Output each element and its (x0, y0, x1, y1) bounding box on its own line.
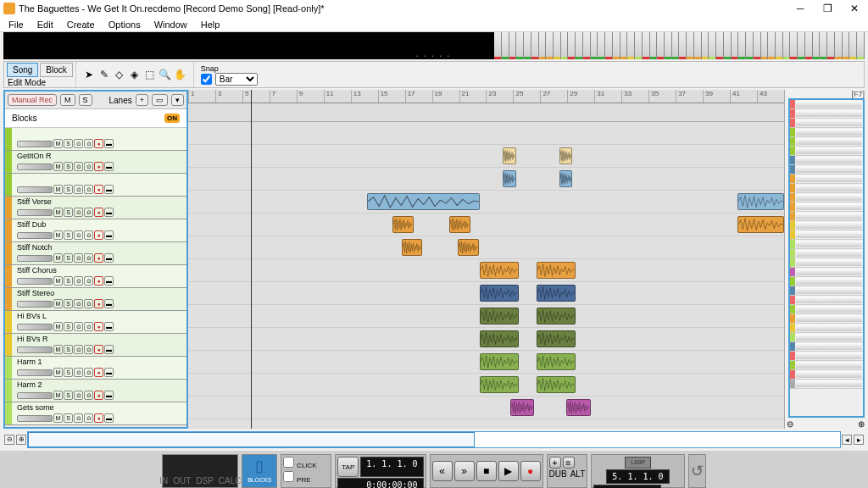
record-button[interactable]: ● (520, 461, 541, 481)
reset-button[interactable]: ↺ (688, 454, 706, 488)
track-lane[interactable] (188, 351, 784, 374)
pencil-tool-icon[interactable]: ✎ (98, 69, 110, 80)
scroll-right-icon[interactable]: ▸ (854, 435, 864, 445)
pre-checkbox[interactable] (283, 471, 294, 482)
audio-clip[interactable] (566, 399, 590, 416)
arrange-area[interactable]: 135791113151719212325272931333537394143 (188, 90, 785, 429)
m-button[interactable]: M (60, 94, 75, 106)
audio-clip[interactable] (458, 239, 479, 256)
mini-zoom-out[interactable]: ⊖ (787, 419, 793, 429)
pointer-tool-icon[interactable]: ➤ (83, 69, 95, 80)
track-header[interactable]: Harm 1MS⊙⊙●▬ (5, 357, 186, 380)
track-lane[interactable] (188, 305, 784, 328)
lanes-mode-button[interactable]: ▭ (152, 94, 168, 106)
forward-button[interactable]: » (454, 461, 475, 481)
blocks-on-badge[interactable]: ON (164, 114, 180, 123)
audio-clip[interactable] (449, 216, 470, 233)
menu-window[interactable]: Window (147, 19, 194, 30)
audio-clip[interactable] (480, 330, 519, 347)
time-lcd[interactable]: 0:00:00:00 (337, 478, 423, 488)
track-header[interactable]: Stiff ChorusMS⊙⊙●▬ (5, 265, 186, 288)
loop-label[interactable]: LOOP (625, 457, 651, 469)
minimap[interactable] (788, 98, 865, 418)
audio-clip[interactable] (503, 147, 515, 164)
audio-clip[interactable] (737, 216, 784, 233)
stop-button[interactable]: ■ (476, 461, 497, 481)
snap-checkbox[interactable] (201, 74, 212, 85)
audio-clip[interactable] (537, 262, 576, 279)
manual-rec-button[interactable]: Manual Rec (8, 94, 57, 106)
click-checkbox[interactable] (283, 457, 294, 468)
track-header[interactable]: MS⊙⊙●▬ (5, 174, 186, 197)
snap-select[interactable]: Bar (215, 73, 258, 86)
audio-clip[interactable] (537, 285, 576, 302)
audio-clip[interactable] (402, 239, 423, 256)
audio-clip[interactable] (537, 330, 576, 347)
bar-ruler[interactable]: 135791113151719212325272931333537394143 (188, 90, 784, 103)
tap-button[interactable]: TAP (337, 457, 359, 477)
audio-clip[interactable] (392, 216, 414, 233)
s-button[interactable]: S (79, 94, 92, 106)
playhead[interactable] (251, 90, 252, 429)
add-button[interactable]: + (549, 457, 561, 469)
track-header[interactable]: GetItOn RMS⊙⊙●▬ (5, 151, 186, 174)
track-header[interactable]: Stiff StereoMS⊙⊙●▬ (5, 288, 186, 311)
zoom-out-icon[interactable]: ⊖ (4, 435, 14, 445)
audio-clip[interactable] (510, 399, 534, 416)
track-header[interactable]: Stiff VerseMS⊙⊙●▬ (5, 197, 186, 219)
track-lane[interactable] (188, 168, 784, 191)
menu-help[interactable]: Help (194, 19, 227, 30)
track-header[interactable]: Stiff DubMS⊙⊙●▬ (5, 219, 186, 242)
hand-tool-icon[interactable]: ✋ (175, 69, 186, 80)
audio-clip[interactable] (503, 170, 515, 187)
audio-clip[interactable] (559, 170, 572, 187)
track-lane[interactable] (188, 374, 784, 396)
list-button[interactable]: ≡ (563, 457, 575, 469)
track-lane[interactable] (188, 236, 784, 259)
audio-clip[interactable] (537, 376, 576, 393)
audio-clip[interactable] (537, 353, 576, 370)
track-lane[interactable] (188, 328, 784, 351)
overview-scroller[interactable] (27, 431, 841, 448)
rewind-button[interactable]: « (432, 461, 453, 481)
minimize-button[interactable]: ─ (787, 0, 814, 17)
zoom-tool-icon[interactable]: 🔍 (159, 69, 171, 80)
track-lane[interactable] (188, 191, 784, 214)
track-lane[interactable] (188, 282, 784, 305)
blocks-row[interactable]: Blocks ON (5, 109, 186, 128)
mute-tool-icon[interactable]: ⬚ (144, 69, 156, 80)
dock-handle[interactable]: • • • • • (416, 53, 451, 58)
scroll-left-icon[interactable]: ◂ (842, 435, 852, 445)
menu-create[interactable]: Create (60, 19, 102, 30)
lanes-add-button[interactable]: + (136, 94, 148, 106)
audio-clip[interactable] (480, 376, 519, 393)
track-header[interactable]: Stiff NotchMS⊙⊙●▬ (5, 242, 186, 265)
close-button[interactable]: ✕ (841, 0, 868, 17)
menu-file[interactable]: File (2, 19, 31, 30)
cut-tool-icon[interactable]: ◈ (129, 69, 141, 80)
play-button[interactable]: ▶ (498, 461, 519, 481)
blocks-box[interactable]: ▯ BLOCKS (242, 454, 277, 488)
track-lane[interactable] (188, 259, 784, 282)
lanes-more-button[interactable]: ▾ (171, 94, 184, 106)
eraser-tool-icon[interactable]: ◇ (114, 69, 125, 80)
menu-edit[interactable]: Edit (31, 19, 60, 30)
track-header[interactable]: Gets someMS⊙⊙●▬ (5, 402, 186, 425)
audio-clip[interactable] (537, 308, 576, 324)
maximize-button[interactable]: ❐ (814, 0, 841, 17)
zoom-in-icon[interactable]: ⊕ (16, 435, 26, 445)
track-header[interactable]: MS⊙⊙●▬ (5, 128, 186, 151)
loop-end-lcd[interactable]: 67. 1. 1. 0 (593, 485, 661, 488)
loop-start-lcd[interactable]: 5. 1. 1. 0 (606, 469, 669, 484)
scroll-bar[interactable]: ⊖ ⊕ ◂ ▸ (3, 430, 865, 449)
block-tab[interactable]: Block (40, 63, 72, 77)
audio-clip[interactable] (480, 353, 519, 370)
mini-zoom-in[interactable]: ⊕ (858, 419, 865, 429)
menu-options[interactable]: Options (102, 19, 147, 30)
track-header[interactable]: Hi BVs LMS⊙⊙●▬ (5, 311, 186, 334)
song-tab[interactable]: Song (7, 63, 38, 77)
audio-clip[interactable] (367, 193, 481, 210)
audio-clip[interactable] (480, 308, 519, 324)
audio-clip[interactable] (559, 147, 572, 164)
track-header[interactable]: Hi BVs RMS⊙⊙●▬ (5, 334, 186, 357)
